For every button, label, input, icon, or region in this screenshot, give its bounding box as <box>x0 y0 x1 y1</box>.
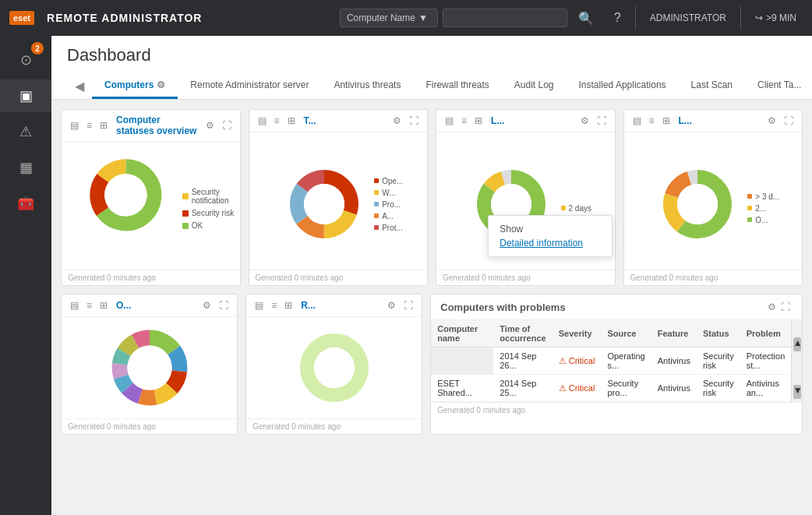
list-icon-5[interactable]: ≡ <box>84 299 94 312</box>
expand-icon[interactable]: ⊞ <box>97 119 110 132</box>
list-icon-4[interactable]: ≡ <box>647 115 657 127</box>
widget-4-footer: Generated 0 minutes ago <box>624 270 803 285</box>
list-icon-2[interactable]: ≡ <box>272 115 282 127</box>
legend-4-0: > 3 d... <box>747 192 779 201</box>
settings-icon-5[interactable]: ⚙ <box>200 299 214 312</box>
legend-ok: OK <box>182 221 240 230</box>
problems-title: Computers with problems <box>440 302 765 313</box>
search-area: Computer Name ▼ 🔍 <box>340 8 600 29</box>
widget-2-footer: Generated 0 minutes ago <box>249 270 428 285</box>
bar-chart-icon[interactable]: ▤ <box>68 119 81 132</box>
cell-time-2: 2014 Sep 25... <box>493 375 552 402</box>
session-info[interactable]: ↪ >9 MIN <box>749 12 803 23</box>
tab-last-scan[interactable]: Last Scan <box>679 73 745 99</box>
tab-antivirus[interactable]: Antivirus threats <box>321 73 413 99</box>
settings-icon-2[interactable]: ⚙ <box>390 115 404 127</box>
main-content: Dashboard ◀ Computers ⚙ Remote Administr… <box>51 36 812 515</box>
scrollbar[interactable]: ▲ ▼ <box>791 320 802 402</box>
tab-collapse-btn[interactable]: ◀ <box>67 74 92 98</box>
sidebar-item-dashboard[interactable]: ⊙ <box>0 44 51 76</box>
expand-icon-5[interactable]: ⊞ <box>97 299 110 312</box>
settings-icon-6[interactable]: ⚙ <box>385 299 398 312</box>
list-icon[interactable]: ≡ <box>84 119 94 132</box>
widget-6-footer: Generated 0 minutes ago <box>246 418 422 434</box>
computer-name-filter[interactable]: Computer Name ▼ <box>340 9 438 27</box>
legend-dot-notification <box>182 193 189 199</box>
tab-installed-apps[interactable]: Installed Applications <box>567 73 679 99</box>
scrollbar-down[interactable]: ▼ <box>793 385 801 399</box>
tab-audit[interactable]: Audit Log <box>502 73 567 99</box>
widget-4-header: ▤ ≡ ⊞ L... ⚙ ⛶ <box>624 110 803 132</box>
problems-settings-icon[interactable]: ⚙ <box>765 301 778 313</box>
warning-icon-2: ⚠ <box>559 383 567 393</box>
widget-computer-statuses-footer: Generated 0 minutes ago <box>62 270 240 285</box>
settings-icon[interactable]: ⚙ <box>203 119 217 132</box>
col-feature: Feature <box>651 320 697 347</box>
dashboard: ▤ ≡ ⊞ Computer statuses overview ⚙ ⛶ <box>51 100 812 515</box>
legend-2-3: A... <box>374 212 403 220</box>
legend-dot-2-0 <box>374 178 379 183</box>
widget-3: ▤ ≡ ⊞ L... ⚙ ⛶ <box>436 109 616 286</box>
chart-legend-4: > 3 d... 2... O... <box>747 185 779 224</box>
cell-computer-1 <box>431 347 493 375</box>
bar-chart-icon-5[interactable]: ▤ <box>68 299 81 312</box>
bar-chart-icon-3[interactable]: ▤ <box>443 115 456 127</box>
widget-5: ▤ ≡ ⊞ O... ⚙ ⛶ <box>61 294 238 435</box>
legend-label-3-0: 2 days <box>569 204 591 213</box>
expand-icon-3[interactable]: ⊞ <box>472 115 485 127</box>
widget-5-title: O... <box>116 300 197 311</box>
widget-6: ▤ ≡ ⊞ R... ⚙ ⛶ <box>245 294 422 435</box>
sidebar: 2 ⊙ ▣ ⚠ ▦ 🧰 <box>0 36 51 515</box>
sidebar-item-reports[interactable]: ▦ <box>0 151 51 184</box>
tab-remote-admin[interactable]: Remote Administrator server <box>178 73 321 99</box>
legend-dot-ok <box>182 223 189 229</box>
fullscreen-icon-3[interactable]: ⛶ <box>595 115 609 127</box>
fullscreen-icon-6[interactable]: ⛶ <box>401 299 415 312</box>
search-icon[interactable]: 🔍 <box>572 8 600 29</box>
severity-critical-badge-2: ⚠ Critical <box>559 383 595 393</box>
problems-fullscreen-icon[interactable]: ⛶ <box>778 301 793 313</box>
admin-user[interactable]: ADMINISTRATOR <box>644 12 733 23</box>
widget-2-title: T... <box>304 115 387 126</box>
cell-source-2: Security pro... <box>601 375 651 402</box>
expand-icon-4[interactable]: ⊞ <box>660 115 673 127</box>
sidebar-badge: 2 <box>31 42 44 55</box>
tab-computers-settings-icon[interactable]: ⚙ <box>157 79 165 90</box>
sidebar-item-alerts[interactable]: ⚠ <box>0 115 51 148</box>
widget-computer-statuses-header: ▤ ≡ ⊞ Computer statuses overview ⚙ ⛶ <box>62 110 240 142</box>
fullscreen-icon-4[interactable]: ⛶ <box>782 115 796 127</box>
tab-last-scan-label: Last Scan <box>691 79 733 90</box>
sidebar-item-tools[interactable]: 🧰 <box>0 187 51 220</box>
settings-icon-4[interactable]: ⚙ <box>765 115 778 127</box>
cell-time-1: 2014 Sep 26... <box>493 347 552 375</box>
donut-svg-2 <box>285 165 363 243</box>
table-row: ESET Shared... 2014 Sep 25... ⚠ Critical <box>431 375 791 402</box>
list-icon-3[interactable]: ≡ <box>459 115 469 127</box>
chart-legend-statuses: Security notification Security risk OK <box>182 188 240 230</box>
scrollbar-up[interactable]: ▲ <box>793 337 801 351</box>
bar-chart-icon-6[interactable]: ▤ <box>252 299 266 312</box>
fullscreen-icon-2[interactable]: ⛶ <box>407 115 421 127</box>
fullscreen-icon-5[interactable]: ⛶ <box>217 299 231 312</box>
sidebar-item-computers[interactable]: ▣ <box>0 79 51 112</box>
detailed-info-link[interactable]: Detailed information <box>500 238 601 249</box>
fullscreen-icon[interactable]: ⛶ <box>220 119 234 132</box>
settings-icon-3[interactable]: ⚙ <box>578 115 591 127</box>
bar-chart-icon-2[interactable]: ▤ <box>256 115 269 127</box>
expand-icon-6[interactable]: ⊞ <box>282 299 295 312</box>
widget-6-header: ▤ ≡ ⊞ R... ⚙ ⛶ <box>246 295 422 317</box>
donut-svg-4 <box>658 165 736 243</box>
bar-chart-icon-4[interactable]: ▤ <box>630 115 644 127</box>
legend-label-4-2: O... <box>755 216 768 224</box>
tab-client-tasks[interactable]: Client Ta... <box>745 73 812 99</box>
widget-computer-statuses-title: Computer statuses overview <box>116 115 199 136</box>
legend-label-2-3: A... <box>382 212 394 220</box>
list-icon-6[interactable]: ≡ <box>269 299 279 312</box>
tab-computers[interactable]: Computers ⚙ <box>92 73 178 99</box>
dashboard-row-1: ▤ ≡ ⊞ Computer statuses overview ⚙ ⛶ <box>61 109 803 286</box>
search-input[interactable] <box>443 9 567 27</box>
expand-icon-2[interactable]: ⊞ <box>285 115 298 127</box>
help-icon[interactable]: ? <box>608 8 627 28</box>
tab-firewall[interactable]: Firewall threats <box>413 73 501 99</box>
donut-svg-5 <box>107 325 192 411</box>
